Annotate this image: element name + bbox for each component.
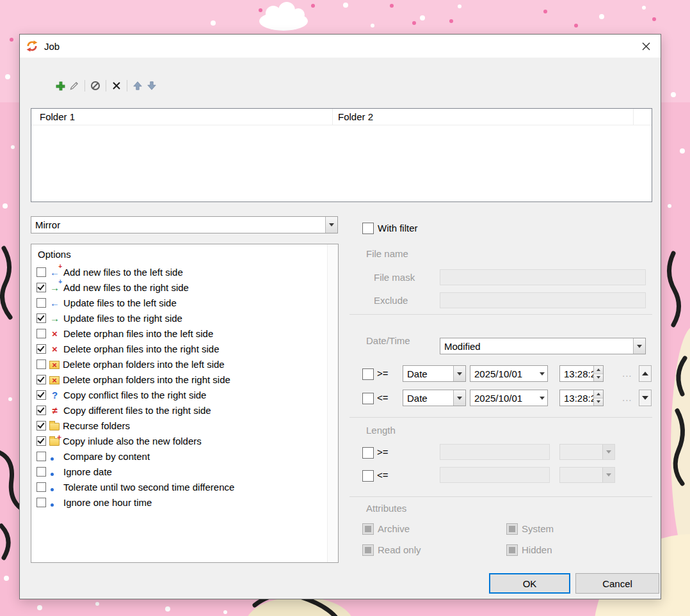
- file-mask-input: [440, 269, 646, 285]
- option-checkbox[interactable]: [36, 344, 46, 354]
- chevron-down-icon[interactable]: [536, 366, 547, 381]
- spin-up-icon[interactable]: [594, 390, 603, 398]
- cancel-button[interactable]: Cancel: [575, 573, 659, 594]
- length-le-op-label: <=: [377, 470, 389, 480]
- option-row: Compare by content: [36, 448, 325, 464]
- options-title: Options: [38, 249, 71, 260]
- folder1-column-header[interactable]: Folder 1: [31, 109, 333, 125]
- option-checkbox[interactable]: [36, 498, 46, 507]
- option-checkbox[interactable]: [36, 298, 46, 308]
- option-row: ≠Copy different files to the right side: [36, 402, 325, 418]
- disable-button[interactable]: [88, 79, 102, 92]
- file-mask-label: File mask: [374, 272, 415, 283]
- date-le-type-combobox[interactable]: Date: [403, 390, 466, 406]
- attributes-section-label: Attributes: [366, 503, 406, 514]
- date-type-value: Date: [403, 390, 453, 406]
- with-filter-checkbox[interactable]: [362, 223, 374, 234]
- system-checkbox: [506, 523, 518, 535]
- option-checkbox[interactable]: [36, 267, 46, 277]
- arrow-right-add-icon: →: [49, 282, 60, 292]
- chevron-down-icon[interactable]: [453, 390, 465, 406]
- options-scrollbar[interactable]: [327, 244, 338, 562]
- option-row: ×Delete orphan files into the right side: [36, 341, 325, 356]
- time-spin-buttons[interactable]: [593, 366, 603, 381]
- time-ge-spinner[interactable]: 13:28:27: [559, 365, 604, 382]
- toolbar-separator: [84, 80, 85, 91]
- dot-icon: [49, 497, 60, 507]
- option-checkbox[interactable]: [36, 406, 46, 415]
- option-label: Compare by content: [63, 451, 150, 462]
- option-checkbox[interactable]: [36, 421, 46, 430]
- length-le-input: [440, 467, 550, 483]
- folder-list-header: Folder 1 Folder 2: [31, 109, 652, 125]
- edit-button[interactable]: [67, 79, 81, 92]
- titlebar[interactable]: Job: [20, 35, 661, 58]
- unit-value: [560, 445, 602, 459]
- move-down-button[interactable]: [145, 79, 159, 92]
- chevron-down-icon[interactable]: [453, 366, 465, 381]
- file-name-section-label: File name: [366, 248, 408, 259]
- folder-pair-list[interactable]: Folder 1 Folder 2: [31, 108, 652, 202]
- date-le-op-label: <=: [377, 392, 389, 403]
- option-row: Tolerate until two second time differenc…: [36, 479, 325, 494]
- option-label: Recurse folders: [63, 420, 130, 431]
- exclude-input: [440, 292, 646, 308]
- move-up-button[interactable]: [131, 79, 145, 92]
- add-button[interactable]: [53, 79, 67, 92]
- disable-icon: [90, 81, 100, 91]
- time-le-spinner[interactable]: 13:28:27: [559, 390, 604, 406]
- sync-mode-combobox[interactable]: Mirror: [31, 216, 338, 233]
- date-ge-type-combobox[interactable]: Date: [403, 365, 466, 382]
- scroll-down-button[interactable]: [639, 390, 652, 406]
- option-label: Update files to the right side: [63, 313, 182, 324]
- job-dialog: Job: [19, 34, 661, 599]
- option-checkbox[interactable]: [36, 390, 46, 400]
- option-label: Copy inlude also the new folders: [63, 436, 202, 446]
- spin-up-icon[interactable]: [594, 366, 603, 374]
- date-ge-picker[interactable]: 2025/10/01: [470, 365, 548, 382]
- folder2-column-header[interactable]: Folder 2: [333, 109, 634, 125]
- date-le-picker[interactable]: 2025/10/01: [470, 390, 548, 406]
- ok-button[interactable]: OK: [489, 573, 570, 594]
- length-le-checkbox[interactable]: [362, 470, 374, 482]
- option-row: ×Delete orphan files into the left side: [36, 326, 325, 341]
- time-value: 13:28:27: [560, 366, 593, 381]
- section-divider: [349, 496, 652, 497]
- spin-down-icon[interactable]: [594, 398, 603, 406]
- option-checkbox[interactable]: [36, 313, 46, 323]
- chevron-down-icon[interactable]: [536, 390, 547, 406]
- section-divider: [349, 417, 652, 418]
- length-section-label: Length: [366, 425, 396, 436]
- chevron-down-icon[interactable]: [325, 217, 337, 233]
- option-row: →Add new files to the right side: [36, 280, 325, 295]
- sync-app-icon: [26, 40, 38, 52]
- length-ge-checkbox[interactable]: [362, 447, 374, 459]
- delete-button[interactable]: [109, 79, 124, 92]
- dot-icon: [49, 482, 60, 492]
- move-up-icon: [132, 81, 143, 91]
- section-divider: [349, 314, 652, 315]
- folder-add-icon: [49, 438, 60, 446]
- delete-icon: [112, 81, 121, 90]
- date-le-checkbox[interactable]: [362, 393, 374, 404]
- option-checkbox[interactable]: [36, 482, 46, 492]
- option-checkbox[interactable]: [36, 329, 46, 338]
- date-ge-checkbox[interactable]: [362, 368, 374, 380]
- option-checkbox[interactable]: [36, 452, 46, 461]
- option-checkbox[interactable]: [36, 467, 46, 477]
- delete-folder-right-icon: ×: [49, 376, 60, 384]
- spin-down-icon[interactable]: [594, 374, 603, 382]
- option-checkbox[interactable]: [36, 436, 46, 446]
- chevron-down-icon[interactable]: [633, 338, 645, 354]
- time-spin-buttons[interactable]: [593, 390, 603, 406]
- option-label: Add new files to the right side: [63, 282, 189, 293]
- option-checkbox[interactable]: [36, 283, 46, 292]
- datetime-mode-combobox[interactable]: Modified: [440, 338, 646, 354]
- scroll-up-button[interactable]: [639, 365, 652, 382]
- option-row: Ignore one hour time: [36, 494, 325, 510]
- close-button[interactable]: [631, 35, 661, 58]
- option-checkbox[interactable]: [36, 359, 46, 369]
- option-label: Update files to the left side: [63, 297, 177, 308]
- option-checkbox[interactable]: [36, 375, 46, 384]
- folder-icon: [49, 423, 60, 430]
